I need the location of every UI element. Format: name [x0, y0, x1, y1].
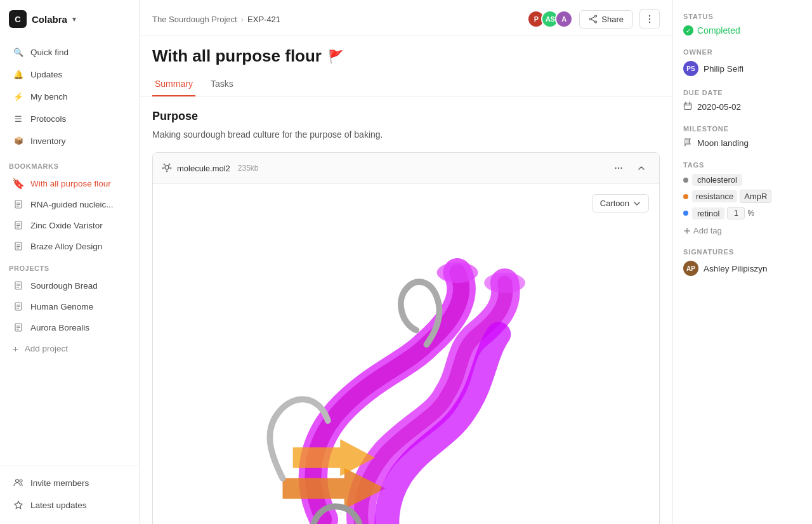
doc-icon: [13, 280, 24, 291]
molecule-card-header: molecule.mol2 235kb: [153, 153, 659, 184]
main-content: The Sourdough Project › EXP-421 P AS A S…: [140, 0, 672, 524]
tag-dot: [683, 194, 688, 199]
sidebar-item-my-bench[interactable]: My bench: [4, 86, 135, 107]
bookmark-braze-alloy[interactable]: Braze Alloy Design: [4, 236, 135, 256]
sidebar-item-latest-updates[interactable]: Latest updates: [4, 494, 135, 516]
status-badge: ✓ Completed: [683, 25, 802, 36]
doc-icon: [13, 301, 24, 312]
experiment-title-row: With all purpose flour 🚩: [140, 36, 672, 66]
svg-point-33: [649, 22, 650, 23]
svg-point-26: [595, 15, 597, 17]
project-sourdough-bread[interactable]: Sourdough Bread: [4, 275, 135, 296]
doc-icon: [13, 240, 24, 252]
tag-ampr: AmpR: [740, 190, 771, 203]
svg-rect-53: [684, 103, 691, 110]
view-mode-label: Cartoon: [600, 199, 629, 208]
status-value: Completed: [697, 25, 740, 36]
tag-retinol-value[interactable]: [727, 207, 745, 219]
svg-point-24: [16, 480, 19, 483]
svg-point-48: [437, 262, 478, 282]
bookmark-with-all-purpose-flour[interactable]: 🔖 With all purpose flour: [4, 173, 135, 193]
owner-section: Owner PS Philip Seifi: [683, 48, 802, 76]
svg-point-31: [649, 15, 650, 16]
tag-unit: %: [747, 209, 754, 218]
bookmark-label: RNA-guided nucleic...: [30, 200, 114, 209]
milestone-label: Milestone: [683, 125, 802, 133]
app-name: Colabra: [32, 14, 67, 25]
flag-icon: [683, 138, 692, 148]
tag-label: cholesterol: [692, 174, 742, 186]
tab-summary[interactable]: Summary: [152, 72, 195, 96]
add-project-button[interactable]: Add project: [4, 339, 135, 358]
svg-point-27: [595, 21, 597, 23]
svg-point-49: [484, 273, 525, 293]
sidebar-item-quick-find[interactable]: Quick find: [4, 41, 135, 63]
more-dots-icon: [614, 164, 623, 173]
molecule-card: molecule.mol2 235kb: [152, 152, 660, 524]
avatar-group: P AS A: [527, 10, 573, 28]
header-actions: P AS A Share: [527, 9, 660, 29]
share-button[interactable]: Share: [579, 10, 633, 29]
sidebar-item-protocols[interactable]: Protocols: [4, 108, 135, 129]
breadcrumb-separator: ›: [241, 15, 244, 24]
bookmark-label: Zinc Oxide Varistor: [30, 221, 103, 230]
svg-point-25: [20, 480, 22, 482]
add-tag-button[interactable]: Add tag: [683, 226, 802, 235]
sidebar-nav: Quick find Updates My bench Protocols In…: [0, 38, 139, 155]
purpose-heading: Purpose: [152, 110, 660, 123]
app-logo[interactable]: C Colabra ▾: [0, 0, 139, 38]
breadcrumb-project[interactable]: The Sourdough Project: [152, 15, 237, 24]
bookmark-flag-icon[interactable]: 🚩: [328, 49, 344, 64]
more-icon: [645, 14, 655, 24]
due-date-value: 2020-05-02: [697, 102, 741, 112]
svg-line-30: [592, 20, 595, 22]
tab-tasks[interactable]: Tasks: [208, 72, 236, 96]
sidebar-item-label: Inventory: [30, 136, 66, 146]
tag-retinol-row: retinol %: [692, 207, 754, 219]
content-header: The Sourdough Project › EXP-421 P AS A S…: [140, 0, 672, 36]
due-date-row: 2020-05-02: [683, 102, 802, 112]
project-label: Sourdough Bread: [30, 281, 98, 291]
sidebar-bottom: Invite members Latest updates: [0, 466, 139, 524]
molecule-actions: [610, 159, 650, 177]
owner-name: Philip Seifi: [704, 64, 743, 74]
sidebar-item-label: Quick find: [30, 48, 69, 57]
milestone-value: Moon landing: [697, 138, 749, 148]
inventory-icon: [13, 135, 24, 147]
molecule-collapse-button[interactable]: [632, 159, 650, 177]
tag-item: resistance AmpR: [683, 190, 802, 203]
sidebar-item-inventory[interactable]: Inventory: [4, 130, 135, 152]
owner-row: PS Philip Seifi: [683, 61, 802, 76]
project-human-genome[interactable]: Human Genome: [4, 296, 135, 317]
bookmark-zinc-oxide[interactable]: Zinc Oxide Varistor: [4, 215, 135, 235]
project-aurora-borealis[interactable]: Aurora Borealis: [4, 317, 135, 337]
bookmark-rna-guided[interactable]: RNA-guided nucleic...: [4, 194, 135, 214]
owner-label: Owner: [683, 48, 802, 56]
users-icon: [13, 477, 24, 488]
tag-item: retinol %: [683, 207, 802, 219]
sidebar: C Colabra ▾ Quick find Updates My bench …: [0, 0, 140, 524]
avatar: A: [555, 10, 573, 28]
milestone-section: Milestone Moon landing: [683, 125, 802, 148]
sidebar-item-invite-members[interactable]: Invite members: [4, 472, 135, 494]
add-project-label: Add project: [25, 344, 68, 353]
bookmark-label: With all purpose flour: [30, 179, 111, 188]
signatures-label: Signatures: [683, 248, 802, 256]
logo-icon: C: [9, 10, 27, 28]
tabs: Summary Tasks: [140, 72, 672, 97]
tags-label: Tags: [683, 161, 802, 169]
tag-dot: [683, 211, 688, 216]
more-options-button[interactable]: [639, 9, 660, 29]
sidebar-item-label: Protocols: [30, 114, 66, 124]
doc-icon: [13, 322, 24, 333]
sidebar-item-updates[interactable]: Updates: [4, 63, 135, 85]
right-panel: Status ✓ Completed Owner PS Philip Seifi…: [672, 0, 812, 524]
bell-icon: [13, 69, 24, 80]
plus-icon: [13, 343, 18, 354]
molecule-more-button[interactable]: [610, 159, 627, 177]
status-label: Status: [683, 13, 802, 20]
view-mode-dropdown[interactable]: Cartoon: [592, 194, 649, 213]
share-label: Share: [601, 15, 624, 24]
molecule-visualization: [159, 190, 653, 524]
molecule-icon: [162, 162, 172, 174]
